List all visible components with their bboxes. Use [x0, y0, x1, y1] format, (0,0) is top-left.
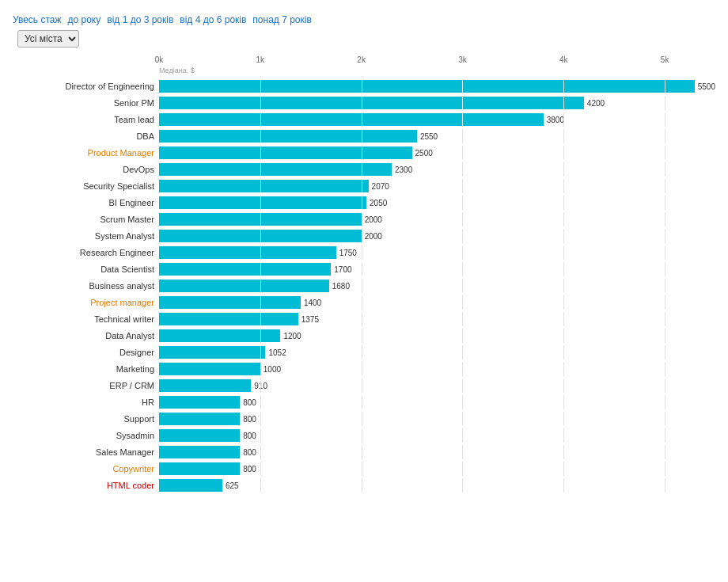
bar-label: Scrum Master — [13, 214, 159, 225]
bar-row: Sales Manager800 — [13, 445, 715, 459]
bar-row: Marketing1000 — [13, 362, 715, 376]
bar-value: 1700 — [334, 265, 351, 274]
bar — [159, 313, 298, 325]
bar-value: 2000 — [365, 215, 382, 224]
experience-filter-link[interactable]: Увесь стаж — [13, 14, 62, 25]
bar-label: Project manager — [13, 297, 159, 308]
bar-value: 800 — [243, 432, 256, 440]
bar-row: Business analyst1680 — [13, 279, 715, 293]
bar-label: Director of Engineering — [13, 81, 159, 92]
bar-value: 4200 — [587, 99, 605, 108]
experience-filter-link[interactable]: від 1 до 3 років — [107, 14, 173, 25]
bar-value: 800 — [243, 398, 256, 407]
bar — [159, 180, 369, 192]
chart-axis-row: 0k1k2k3k4k5kМедіана, $ — [13, 55, 715, 78]
bar-row: ERP / CRM910 — [13, 378, 715, 393]
bar-value: 2000 — [365, 232, 382, 241]
bar-row: DBA2550 — [13, 129, 715, 143]
bar-label: Support — [13, 413, 159, 424]
bar-label: Sales Manager — [13, 447, 159, 458]
bar-label: System Analyst — [13, 230, 159, 242]
bar-row: Data Analyst1200 — [13, 329, 715, 343]
bar-value: 800 — [243, 415, 256, 424]
bar-value: 625 — [226, 481, 239, 490]
bar-row: Director of Engineering5500 — [13, 79, 715, 93]
bar-label: Copywriter — [13, 463, 159, 474]
bar — [159, 379, 251, 392]
bar-value: 1400 — [304, 299, 321, 307]
bar-label: Sysadmin — [13, 430, 159, 441]
bar-value: 1750 — [339, 249, 357, 257]
bar-row: DevOps2300 — [13, 162, 715, 177]
bar-row: Data Scientist1700 — [13, 262, 715, 276]
bar — [159, 163, 392, 176]
experience-filter-link[interactable]: до року — [68, 14, 101, 25]
bar-label: Marketing — [13, 363, 159, 375]
bar — [159, 413, 240, 425]
bar-chart: 0k1k2k3k4k5kМедіана, $Director of Engine… — [13, 55, 715, 495]
bar-row: Designer1052 — [13, 345, 715, 359]
bar — [159, 196, 366, 209]
bar-value: 2500 — [415, 149, 433, 158]
bar — [159, 130, 417, 143]
bar-value: 2550 — [420, 132, 438, 141]
bar-row: HTML coder625 — [13, 478, 715, 493]
bar-row: Copywriter800 — [13, 462, 715, 476]
bar-value: 5500 — [698, 82, 715, 91]
bar — [159, 479, 222, 492]
bar-value: 2050 — [370, 199, 387, 207]
bar-value: 1052 — [268, 348, 286, 357]
experience-filter-link[interactable]: від 4 до 6 років — [180, 14, 246, 25]
city-select[interactable]: Усі містаКиївХарківДніпроОдесаЛьвів — [17, 30, 79, 48]
bar-row: Technical writer1375 — [13, 312, 715, 326]
bar-row: Support800 — [13, 412, 715, 426]
bar — [159, 296, 301, 309]
bar-label: HTML coder — [13, 480, 159, 491]
bar-label: Designer — [13, 347, 159, 358]
bar — [159, 113, 544, 126]
bar-value: 800 — [243, 465, 256, 474]
bar-row: Project manager1400 — [13, 295, 715, 310]
bar-value: 1375 — [301, 315, 319, 324]
bar-row: System Analyst2000 — [13, 229, 715, 243]
bar — [159, 396, 240, 409]
bar-label: DBA — [13, 131, 159, 142]
bar-value: 2070 — [372, 182, 389, 191]
bar — [159, 329, 280, 342]
bar-value: 1680 — [332, 282, 350, 291]
bar — [159, 213, 362, 226]
bar-row: Security Specialist2070 — [13, 179, 715, 193]
bar-value: 910 — [254, 382, 267, 390]
bar-value: 2300 — [395, 165, 412, 174]
bar — [159, 146, 412, 159]
bar-label: Data Analyst — [13, 330, 159, 341]
bar-value: 1000 — [264, 365, 281, 374]
bar-row: Team lead3800 — [13, 112, 715, 127]
bar-row: HR800 — [13, 395, 715, 409]
bar — [159, 346, 265, 359]
bar-label: Technical writer — [13, 314, 159, 325]
bar-label: ERP / CRM — [13, 380, 159, 391]
bar — [159, 429, 240, 442]
experience-filter-link[interactable]: понад 7 років — [252, 14, 311, 25]
bar-row: BI Engineer2050 — [13, 196, 715, 210]
bar — [159, 446, 240, 458]
bar-label: Team lead — [13, 114, 159, 125]
bar-label: Security Specialist — [13, 181, 159, 192]
bar — [159, 97, 584, 109]
bar — [159, 263, 331, 276]
bar — [159, 80, 695, 93]
bar-label: BI Engineer — [13, 197, 159, 208]
bar-value: 1200 — [283, 332, 301, 340]
bar — [159, 280, 329, 292]
bar-row: Senior PM4200 — [13, 96, 715, 110]
bar-label: Data Scientist — [13, 264, 159, 275]
bar-value: 3800 — [547, 116, 564, 124]
bar-row: Product Manager2500 — [13, 146, 715, 160]
bar-label: Business analyst — [13, 280, 159, 291]
bar-value: 800 — [243, 448, 256, 457]
bar — [159, 230, 362, 242]
bar-label: HR — [13, 397, 159, 408]
bar — [159, 462, 240, 475]
bar — [159, 363, 260, 375]
